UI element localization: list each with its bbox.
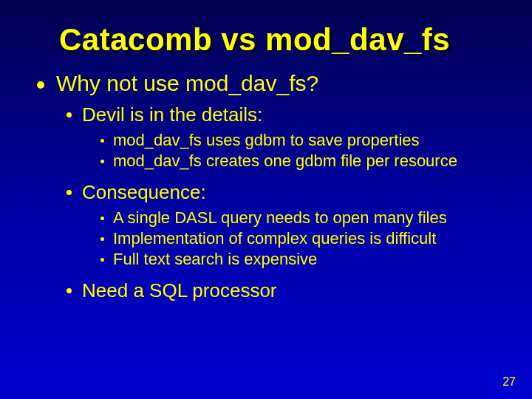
bullet-icon xyxy=(100,160,104,163)
bullet-l1-text: Why not use mod_dav_fs? xyxy=(56,71,318,96)
bullet-l3-text: Implementation of complex queries is dif… xyxy=(113,229,436,248)
bullet-l2-text: Need a SQL processor xyxy=(82,279,277,302)
slide-title: Catacomb vs mod_dav_fs xyxy=(0,0,532,71)
bullet-icon xyxy=(66,288,72,293)
bullet-l1: Why not use mod_dav_fs? xyxy=(37,71,495,96)
bullet-icon xyxy=(100,216,104,220)
bullet-l3-text: A single DASL query needs to open many f… xyxy=(113,208,447,228)
bullet-l3: A single DASL query needs to open many f… xyxy=(100,208,495,228)
bullet-l2: Need a SQL processor xyxy=(66,279,495,302)
page-number: 27 xyxy=(502,375,516,389)
bullet-l2-text: Consequence: xyxy=(82,181,206,204)
slide-body: Why not use mod_dav_fs? Devil is in the … xyxy=(0,71,532,302)
bullet-icon xyxy=(37,81,44,89)
bullet-l3-text: mod_dav_fs uses gdbm to save properties xyxy=(113,131,420,150)
bullet-l2-text: Devil is in the details: xyxy=(82,103,262,126)
bullet-icon xyxy=(100,258,104,262)
bullet-l3-text: Full text search is expensive xyxy=(113,250,317,269)
bullet-l3: mod_dav_fs creates one gdbm file per res… xyxy=(100,151,495,171)
bullet-l3: Full text search is expensive xyxy=(100,250,495,269)
bullet-l3: mod_dav_fs uses gdbm to save properties xyxy=(100,131,495,150)
bullet-icon xyxy=(66,190,72,195)
bullet-l2: Devil is in the details: xyxy=(66,103,495,126)
bullet-icon xyxy=(66,112,72,117)
bullet-icon xyxy=(100,139,104,143)
bullet-l3-text: mod_dav_fs creates one gdbm file per res… xyxy=(113,151,457,171)
bullet-l3: Implementation of complex queries is dif… xyxy=(100,229,495,248)
bullet-l2: Consequence: xyxy=(66,181,495,204)
bullet-icon xyxy=(100,237,104,241)
